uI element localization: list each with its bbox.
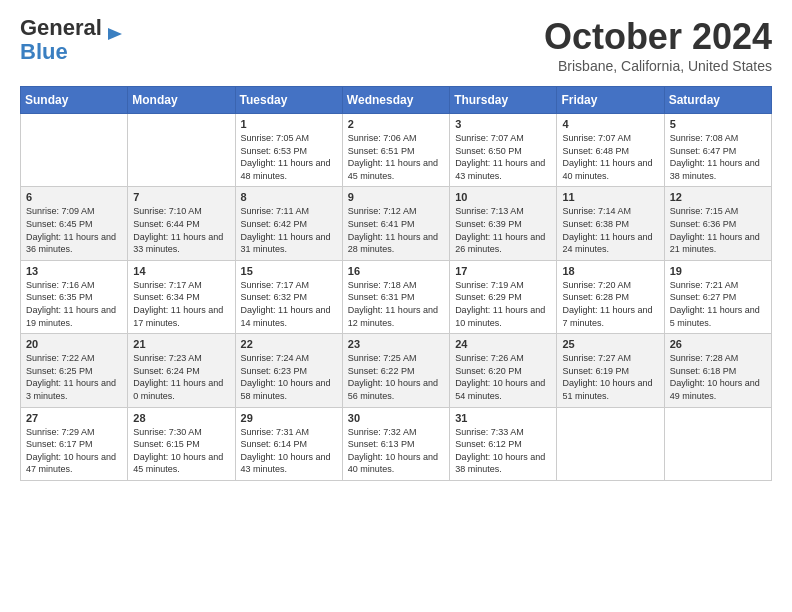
svg-marker-0 xyxy=(108,28,122,40)
day-number: 7 xyxy=(133,191,229,203)
header: GeneralBlue October 2024 Brisbane, Calif… xyxy=(20,16,772,74)
day-cell: 27Sunrise: 7:29 AM Sunset: 6:17 PM Dayli… xyxy=(21,407,128,480)
day-info: Sunrise: 7:05 AM Sunset: 6:53 PM Dayligh… xyxy=(241,132,337,182)
col-header-thursday: Thursday xyxy=(450,87,557,114)
day-number: 26 xyxy=(670,338,766,350)
day-info: Sunrise: 7:19 AM Sunset: 6:29 PM Dayligh… xyxy=(455,279,551,329)
day-number: 31 xyxy=(455,412,551,424)
day-number: 17 xyxy=(455,265,551,277)
day-number: 15 xyxy=(241,265,337,277)
day-cell: 10Sunrise: 7:13 AM Sunset: 6:39 PM Dayli… xyxy=(450,187,557,260)
day-cell xyxy=(21,114,128,187)
day-info: Sunrise: 7:07 AM Sunset: 6:48 PM Dayligh… xyxy=(562,132,658,182)
day-cell: 20Sunrise: 7:22 AM Sunset: 6:25 PM Dayli… xyxy=(21,334,128,407)
day-number: 14 xyxy=(133,265,229,277)
day-cell: 8Sunrise: 7:11 AM Sunset: 6:42 PM Daylig… xyxy=(235,187,342,260)
day-info: Sunrise: 7:20 AM Sunset: 6:28 PM Dayligh… xyxy=(562,279,658,329)
day-number: 3 xyxy=(455,118,551,130)
day-number: 27 xyxy=(26,412,122,424)
day-number: 28 xyxy=(133,412,229,424)
day-info: Sunrise: 7:17 AM Sunset: 6:32 PM Dayligh… xyxy=(241,279,337,329)
day-cell: 15Sunrise: 7:17 AM Sunset: 6:32 PM Dayli… xyxy=(235,260,342,333)
day-number: 11 xyxy=(562,191,658,203)
day-cell: 14Sunrise: 7:17 AM Sunset: 6:34 PM Dayli… xyxy=(128,260,235,333)
day-number: 5 xyxy=(670,118,766,130)
day-info: Sunrise: 7:06 AM Sunset: 6:51 PM Dayligh… xyxy=(348,132,444,182)
day-info: Sunrise: 7:32 AM Sunset: 6:13 PM Dayligh… xyxy=(348,426,444,476)
calendar-table: SundayMondayTuesdayWednesdayThursdayFrid… xyxy=(20,86,772,481)
location: Brisbane, California, United States xyxy=(544,58,772,74)
day-info: Sunrise: 7:23 AM Sunset: 6:24 PM Dayligh… xyxy=(133,352,229,402)
day-info: Sunrise: 7:16 AM Sunset: 6:35 PM Dayligh… xyxy=(26,279,122,329)
day-info: Sunrise: 7:12 AM Sunset: 6:41 PM Dayligh… xyxy=(348,205,444,255)
day-info: Sunrise: 7:27 AM Sunset: 6:19 PM Dayligh… xyxy=(562,352,658,402)
day-cell: 9Sunrise: 7:12 AM Sunset: 6:41 PM Daylig… xyxy=(342,187,449,260)
day-info: Sunrise: 7:07 AM Sunset: 6:50 PM Dayligh… xyxy=(455,132,551,182)
week-row-4: 20Sunrise: 7:22 AM Sunset: 6:25 PM Dayli… xyxy=(21,334,772,407)
day-cell: 30Sunrise: 7:32 AM Sunset: 6:13 PM Dayli… xyxy=(342,407,449,480)
week-row-1: 1Sunrise: 7:05 AM Sunset: 6:53 PM Daylig… xyxy=(21,114,772,187)
day-number: 1 xyxy=(241,118,337,130)
day-cell: 21Sunrise: 7:23 AM Sunset: 6:24 PM Dayli… xyxy=(128,334,235,407)
day-info: Sunrise: 7:22 AM Sunset: 6:25 PM Dayligh… xyxy=(26,352,122,402)
col-header-saturday: Saturday xyxy=(664,87,771,114)
day-info: Sunrise: 7:14 AM Sunset: 6:38 PM Dayligh… xyxy=(562,205,658,255)
day-cell: 1Sunrise: 7:05 AM Sunset: 6:53 PM Daylig… xyxy=(235,114,342,187)
day-info: Sunrise: 7:08 AM Sunset: 6:47 PM Dayligh… xyxy=(670,132,766,182)
day-info: Sunrise: 7:10 AM Sunset: 6:44 PM Dayligh… xyxy=(133,205,229,255)
day-cell: 26Sunrise: 7:28 AM Sunset: 6:18 PM Dayli… xyxy=(664,334,771,407)
day-info: Sunrise: 7:09 AM Sunset: 6:45 PM Dayligh… xyxy=(26,205,122,255)
day-number: 12 xyxy=(670,191,766,203)
day-cell: 7Sunrise: 7:10 AM Sunset: 6:44 PM Daylig… xyxy=(128,187,235,260)
col-header-tuesday: Tuesday xyxy=(235,87,342,114)
col-header-wednesday: Wednesday xyxy=(342,87,449,114)
day-cell: 24Sunrise: 7:26 AM Sunset: 6:20 PM Dayli… xyxy=(450,334,557,407)
day-info: Sunrise: 7:24 AM Sunset: 6:23 PM Dayligh… xyxy=(241,352,337,402)
day-cell: 22Sunrise: 7:24 AM Sunset: 6:23 PM Dayli… xyxy=(235,334,342,407)
day-cell: 19Sunrise: 7:21 AM Sunset: 6:27 PM Dayli… xyxy=(664,260,771,333)
day-info: Sunrise: 7:13 AM Sunset: 6:39 PM Dayligh… xyxy=(455,205,551,255)
logo-text: GeneralBlue xyxy=(20,16,102,64)
day-info: Sunrise: 7:11 AM Sunset: 6:42 PM Dayligh… xyxy=(241,205,337,255)
day-number: 18 xyxy=(562,265,658,277)
day-number: 29 xyxy=(241,412,337,424)
day-cell xyxy=(128,114,235,187)
day-info: Sunrise: 7:25 AM Sunset: 6:22 PM Dayligh… xyxy=(348,352,444,402)
day-cell: 11Sunrise: 7:14 AM Sunset: 6:38 PM Dayli… xyxy=(557,187,664,260)
day-number: 20 xyxy=(26,338,122,350)
day-info: Sunrise: 7:18 AM Sunset: 6:31 PM Dayligh… xyxy=(348,279,444,329)
day-cell: 5Sunrise: 7:08 AM Sunset: 6:47 PM Daylig… xyxy=(664,114,771,187)
header-row: SundayMondayTuesdayWednesdayThursdayFrid… xyxy=(21,87,772,114)
day-cell: 29Sunrise: 7:31 AM Sunset: 6:14 PM Dayli… xyxy=(235,407,342,480)
month-title: October 2024 xyxy=(544,16,772,58)
day-info: Sunrise: 7:31 AM Sunset: 6:14 PM Dayligh… xyxy=(241,426,337,476)
day-number: 13 xyxy=(26,265,122,277)
day-cell: 18Sunrise: 7:20 AM Sunset: 6:28 PM Dayli… xyxy=(557,260,664,333)
day-number: 30 xyxy=(348,412,444,424)
week-row-3: 13Sunrise: 7:16 AM Sunset: 6:35 PM Dayli… xyxy=(21,260,772,333)
day-cell: 28Sunrise: 7:30 AM Sunset: 6:15 PM Dayli… xyxy=(128,407,235,480)
day-cell: 12Sunrise: 7:15 AM Sunset: 6:36 PM Dayli… xyxy=(664,187,771,260)
day-info: Sunrise: 7:28 AM Sunset: 6:18 PM Dayligh… xyxy=(670,352,766,402)
logo-arrow-icon xyxy=(104,24,124,44)
day-number: 21 xyxy=(133,338,229,350)
day-cell: 13Sunrise: 7:16 AM Sunset: 6:35 PM Dayli… xyxy=(21,260,128,333)
day-number: 16 xyxy=(348,265,444,277)
day-info: Sunrise: 7:21 AM Sunset: 6:27 PM Dayligh… xyxy=(670,279,766,329)
day-cell xyxy=(557,407,664,480)
logo-blue: Blue xyxy=(20,39,68,64)
day-info: Sunrise: 7:33 AM Sunset: 6:12 PM Dayligh… xyxy=(455,426,551,476)
logo-general: General xyxy=(20,15,102,40)
week-row-2: 6Sunrise: 7:09 AM Sunset: 6:45 PM Daylig… xyxy=(21,187,772,260)
day-cell: 25Sunrise: 7:27 AM Sunset: 6:19 PM Dayli… xyxy=(557,334,664,407)
day-number: 22 xyxy=(241,338,337,350)
day-info: Sunrise: 7:17 AM Sunset: 6:34 PM Dayligh… xyxy=(133,279,229,329)
page: GeneralBlue October 2024 Brisbane, Calif… xyxy=(0,0,792,501)
day-cell: 6Sunrise: 7:09 AM Sunset: 6:45 PM Daylig… xyxy=(21,187,128,260)
day-cell: 31Sunrise: 7:33 AM Sunset: 6:12 PM Dayli… xyxy=(450,407,557,480)
title-block: October 2024 Brisbane, California, Unite… xyxy=(544,16,772,74)
day-number: 6 xyxy=(26,191,122,203)
day-number: 25 xyxy=(562,338,658,350)
col-header-monday: Monday xyxy=(128,87,235,114)
day-cell: 2Sunrise: 7:06 AM Sunset: 6:51 PM Daylig… xyxy=(342,114,449,187)
